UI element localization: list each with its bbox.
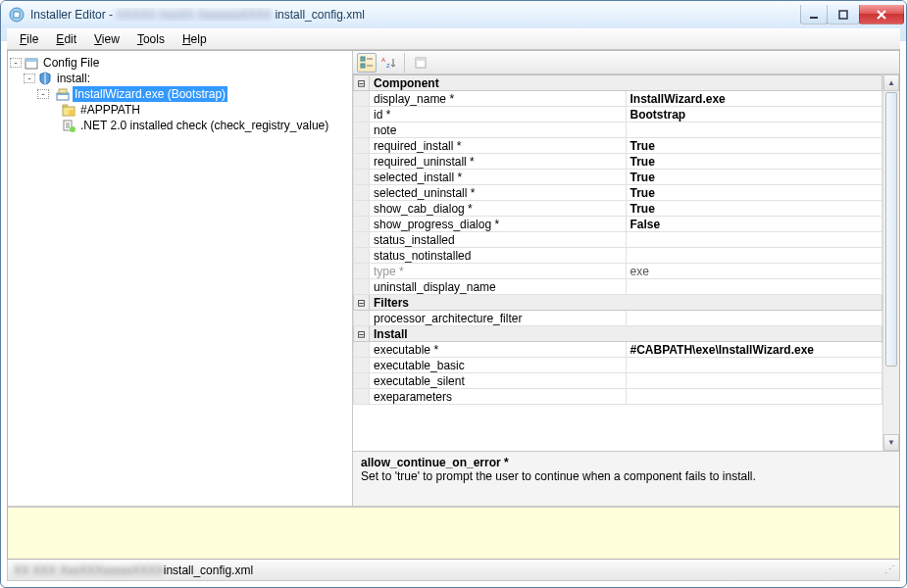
titlebar[interactable]: Installer Editor - XXXXX XxxXX XxxxxxxXX… xyxy=(1,1,906,28)
tree-node[interactable]: .NET 2.0 installed check (check_registry… xyxy=(10,118,350,133)
property-value[interactable] xyxy=(626,122,882,138)
property-row[interactable]: exeparameters xyxy=(354,389,882,405)
property-name[interactable]: show_progress_dialog * xyxy=(370,217,627,232)
property-row[interactable]: selected_uninstall *True xyxy=(354,185,882,201)
log-panel[interactable] xyxy=(8,506,899,559)
property-value[interactable]: False xyxy=(626,217,882,232)
vertical-scrollbar[interactable]: ▲ ▼ xyxy=(882,74,899,451)
svg-rect-13 xyxy=(361,57,365,61)
menu-view[interactable]: View xyxy=(85,28,128,49)
resize-grip-icon[interactable]: ⋰ xyxy=(884,564,893,576)
property-value[interactable] xyxy=(626,279,882,295)
window-title: Installer Editor - XXXXX XxxXX XxxxxxxXX… xyxy=(30,8,801,22)
property-value[interactable]: exe xyxy=(626,264,882,279)
property-name[interactable]: type * xyxy=(370,264,627,279)
title-file: install_config.xml xyxy=(275,8,364,22)
property-name[interactable]: exeparameters xyxy=(370,389,627,405)
property-value[interactable]: True xyxy=(626,138,882,154)
tree-node[interactable]: - install: xyxy=(10,71,350,86)
property-value[interactable]: #CABPATH\exe\InstallWizard.exe xyxy=(626,342,882,358)
property-row[interactable]: id *Bootstrap xyxy=(354,107,882,122)
help-desc: Set to 'true' to prompt the user to cont… xyxy=(361,469,891,483)
property-value[interactable]: True xyxy=(626,185,882,201)
collapse-icon[interactable]: ⊟ xyxy=(354,295,370,311)
tree-node-selected[interactable]: - InstallWizard.exe (Bootstrap) xyxy=(10,86,350,102)
property-row[interactable]: status_installed xyxy=(354,232,882,248)
property-name[interactable]: selected_uninstall * xyxy=(370,185,627,201)
property-name[interactable]: show_cab_dialog * xyxy=(370,201,627,217)
property-grid[interactable]: ⊟Componentdisplay_name *InstallWizard.ex… xyxy=(353,74,882,405)
property-row[interactable]: type *exe xyxy=(354,264,882,279)
property-name[interactable]: executable_basic xyxy=(370,358,627,373)
collapse-icon[interactable]: ⊟ xyxy=(354,75,370,91)
property-row[interactable]: executable_basic xyxy=(354,358,882,373)
property-value[interactable]: True xyxy=(626,170,882,185)
property-name[interactable]: status_notinstalled xyxy=(370,248,627,264)
scroll-thumb[interactable] xyxy=(885,92,897,367)
property-value[interactable] xyxy=(626,232,882,248)
tree-label: #APPPATH xyxy=(78,102,142,118)
property-row[interactable]: status_notinstalled xyxy=(354,248,882,264)
app-icon xyxy=(9,7,25,23)
property-row[interactable]: selected_install *True xyxy=(354,170,882,185)
property-value[interactable]: Bootstrap xyxy=(626,107,882,122)
tree-label: .NET 2.0 installed check (check_registry… xyxy=(78,118,330,133)
property-value[interactable]: True xyxy=(626,201,882,217)
property-name[interactable]: status_installed xyxy=(370,232,627,248)
property-value[interactable]: True xyxy=(626,154,882,170)
alpha-sort-button[interactable]: AZ xyxy=(378,53,398,73)
tree-label: install: xyxy=(55,71,92,86)
categorized-button[interactable] xyxy=(357,53,377,73)
property-value[interactable] xyxy=(626,311,882,326)
tree-node[interactable]: #APPPATH xyxy=(10,102,350,118)
menu-edit[interactable]: Edit xyxy=(47,28,85,49)
minimize-button[interactable] xyxy=(800,5,828,24)
property-category[interactable]: ⊟Filters xyxy=(354,295,882,311)
tree-view[interactable]: - Config File - install: - InstallWizard… xyxy=(8,51,353,506)
collapse-icon[interactable]: - xyxy=(24,74,35,83)
property-name[interactable]: selected_install * xyxy=(370,170,627,185)
property-value[interactable] xyxy=(626,373,882,389)
collapse-icon[interactable]: - xyxy=(37,89,49,99)
property-name[interactable]: processor_architecture_filter xyxy=(370,311,627,326)
scroll-up-button[interactable]: ▲ xyxy=(883,74,899,91)
svg-rect-8 xyxy=(59,89,67,93)
close-button[interactable] xyxy=(859,5,904,24)
scroll-down-button[interactable]: ▼ xyxy=(883,434,899,451)
property-name[interactable]: executable * xyxy=(370,342,627,358)
shield-icon xyxy=(37,71,53,86)
svg-rect-14 xyxy=(361,64,365,68)
property-row[interactable]: note xyxy=(354,122,882,138)
property-name[interactable]: executable_silent xyxy=(370,373,627,389)
menu-file[interactable]: File xyxy=(11,28,47,49)
collapse-icon[interactable]: - xyxy=(10,58,22,68)
property-row[interactable]: executable *#CABPATH\exe\InstallWizard.e… xyxy=(354,342,882,358)
menu-help[interactable]: Help xyxy=(174,28,216,49)
property-row[interactable]: display_name *InstallWizard.exe xyxy=(354,91,882,107)
property-row[interactable]: show_cab_dialog *True xyxy=(354,201,882,217)
menu-tools[interactable]: Tools xyxy=(128,28,174,49)
property-value[interactable]: InstallWizard.exe xyxy=(626,91,882,107)
property-pages-button[interactable] xyxy=(411,53,430,73)
property-row[interactable]: uninstall_display_name xyxy=(354,279,882,295)
property-name[interactable]: display_name * xyxy=(370,91,627,107)
property-name[interactable]: required_install * xyxy=(370,138,627,154)
property-row[interactable]: processor_architecture_filter xyxy=(354,311,882,326)
property-toolbar: AZ xyxy=(353,51,899,74)
property-name[interactable]: id * xyxy=(370,107,627,122)
property-name[interactable]: required_uninstall * xyxy=(370,154,627,170)
property-row[interactable]: executable_silent xyxy=(354,373,882,389)
property-category[interactable]: ⊟Install xyxy=(354,326,882,342)
property-name[interactable]: note xyxy=(370,122,627,138)
property-row[interactable]: required_uninstall *True xyxy=(354,154,882,170)
property-name[interactable]: uninstall_display_name xyxy=(370,279,627,295)
property-category[interactable]: ⊟Component xyxy=(354,75,882,91)
tree-node[interactable]: - Config File xyxy=(10,55,350,71)
property-value[interactable] xyxy=(626,389,882,405)
property-value[interactable] xyxy=(626,248,882,264)
property-value[interactable] xyxy=(626,358,882,373)
maximize-button[interactable] xyxy=(827,5,860,24)
property-row[interactable]: show_progress_dialog *False xyxy=(354,217,882,232)
collapse-icon[interactable]: ⊟ xyxy=(354,326,370,342)
property-row[interactable]: required_install *True xyxy=(354,138,882,154)
